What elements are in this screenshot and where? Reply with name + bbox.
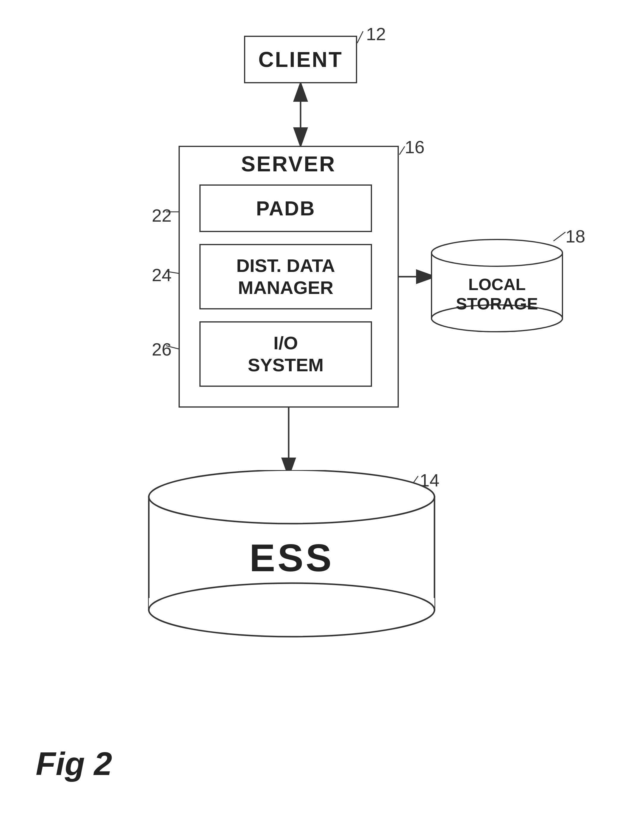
figure-label: Fig 2 [36,745,112,782]
label-16: 16 [405,137,425,157]
label-12: 12 [366,24,386,44]
svg-point-15 [432,240,562,266]
diagram-container: CLIENT 12 SERVER 16 PADB DIST. DATAMANAG… [0,0,644,836]
svg-text:STORAGE: STORAGE [456,294,538,313]
label-22: 22 [152,205,172,226]
padb-label: PADB [256,197,315,220]
io-label: I/OSYSTEM [248,332,324,376]
label-26: 26 [152,339,172,360]
svg-line-7 [357,31,363,43]
ddm-label: DIST. DATAMANAGER [236,255,335,299]
padb-box: PADB [199,185,372,232]
svg-point-24 [149,583,435,637]
client-label: CLIENT [258,47,343,72]
client-box: CLIENT [244,36,357,83]
svg-point-22 [149,470,435,524]
svg-text:LOCAL: LOCAL [468,275,526,294]
io-box: I/OSYSTEM [199,321,372,387]
server-label: SERVER [241,152,336,176]
ess-cylinder: ESS [146,470,438,643]
local-storage-cylinder: LOCAL STORAGE [428,238,566,333]
arrows-svg [0,0,644,836]
label-24: 24 [152,265,172,285]
label-14: 14 [420,470,440,491]
svg-text:ESS: ESS [249,536,334,580]
ddm-box: DIST. DATAMANAGER [199,244,372,309]
svg-line-8 [399,146,405,155]
label-18: 18 [566,226,585,247]
